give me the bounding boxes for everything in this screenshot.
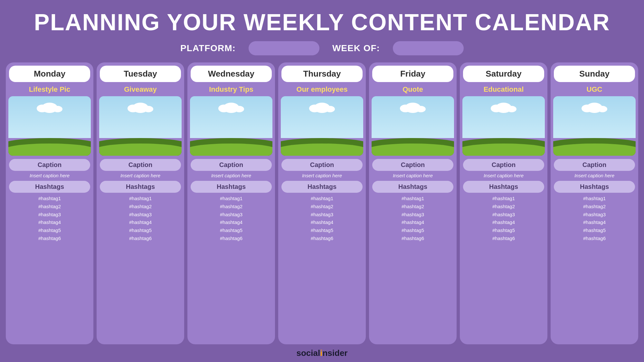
hashtag-item: #hashtag3 <box>583 211 606 219</box>
cloud-icon <box>37 101 62 113</box>
hashtag-item: #hashtag1 <box>38 195 61 203</box>
brand-logo: socialinsider <box>297 348 348 358</box>
hashtag-item: #hashtag1 <box>402 195 424 203</box>
image-placeholder-sunday <box>553 96 636 156</box>
cloud-icon <box>218 101 244 113</box>
hashtag-list-friday: #hashtag1#hashtag2#hashtag3#hashtag4#has… <box>402 195 424 243</box>
hashtag-item: #hashtag4 <box>38 218 61 227</box>
content-type-wednesday: Industry Tips <box>209 85 253 94</box>
hashtag-item: #hashtag4 <box>402 218 424 227</box>
hashtags-button-friday[interactable]: Hashtags <box>372 181 453 193</box>
content-type-sunday: UGC <box>587 85 602 94</box>
caption-button-monday[interactable]: Caption <box>9 159 90 171</box>
hashtag-item: #hashtag5 <box>402 227 424 235</box>
hashtag-list-saturday: #hashtag1#hashtag2#hashtag3#hashtag4#has… <box>492 195 515 243</box>
day-header-wednesday: Wednesday <box>191 66 272 82</box>
hashtag-item: #hashtag4 <box>129 218 152 227</box>
cloud-icon <box>400 101 426 113</box>
image-placeholder-thursday <box>281 96 363 156</box>
hashtag-item: #hashtag6 <box>492 235 515 243</box>
hashtag-list-wednesday: #hashtag1#hashtag2#hashtag3#hashtag4#has… <box>220 195 242 243</box>
day-column-saturday: Saturday Educational Caption Insert capt… <box>460 62 547 344</box>
day-column-wednesday: Wednesday Industry Tips Caption Insert c… <box>187 62 275 344</box>
cloud-icon <box>309 101 335 113</box>
caption-button-friday[interactable]: Caption <box>372 159 453 171</box>
content-type-friday: Quote <box>402 85 423 94</box>
cloud-icon <box>491 101 516 113</box>
caption-button-wednesday[interactable]: Caption <box>191 159 272 171</box>
hashtag-item: #hashtag1 <box>311 195 333 203</box>
hashtags-button-sunday[interactable]: Hashtags <box>554 181 635 193</box>
caption-button-sunday[interactable]: Caption <box>554 159 635 171</box>
hashtag-item: #hashtag2 <box>402 203 424 211</box>
day-column-friday: Friday Quote Caption Insert caption here… <box>369 62 457 344</box>
hashtag-item: #hashtag4 <box>583 218 606 227</box>
page-title: PLANNING YOUR WEEKLY CONTENT CALENDAR <box>34 9 610 35</box>
hashtag-item: #hashtag6 <box>583 235 606 243</box>
image-placeholder-wednesday <box>190 96 272 156</box>
hashtag-item: #hashtag3 <box>220 211 242 219</box>
platform-input[interactable] <box>249 41 319 55</box>
hashtag-item: #hashtag2 <box>492 203 515 211</box>
hashtag-item: #hashtag3 <box>402 211 424 219</box>
hashtags-button-saturday[interactable]: Hashtags <box>463 181 544 193</box>
day-header-saturday: Saturday <box>463 66 544 82</box>
caption-button-saturday[interactable]: Caption <box>463 159 544 171</box>
caption-button-thursday[interactable]: Caption <box>281 159 363 171</box>
hashtag-item: #hashtag2 <box>220 203 242 211</box>
day-column-tuesday: Tuesday Giveaway Caption Insert caption … <box>97 62 184 344</box>
day-column-thursday: Thursday Our employees Caption Insert ca… <box>278 62 366 344</box>
cloud-icon <box>582 101 607 113</box>
hashtag-item: #hashtag1 <box>220 195 242 203</box>
hashtag-item: #hashtag5 <box>583 227 606 235</box>
hashtags-button-thursday[interactable]: Hashtags <box>281 181 363 193</box>
hashtag-item: #hashtag3 <box>38 211 61 219</box>
hashtag-item: #hashtag2 <box>38 203 61 211</box>
image-placeholder-tuesday <box>99 96 182 156</box>
hashtag-item: #hashtag2 <box>311 203 333 211</box>
hashtag-item: #hashtag5 <box>220 227 242 235</box>
calendar-grid: Monday Lifestyle Pic Caption Insert capt… <box>0 62 644 344</box>
hashtag-item: #hashtag6 <box>38 235 61 243</box>
caption-text-friday: Insert caption here <box>393 173 433 178</box>
hashtag-item: #hashtag4 <box>311 218 333 227</box>
week-of-input[interactable] <box>393 41 464 55</box>
hashtag-item: #hashtag1 <box>583 195 606 203</box>
day-header-friday: Friday <box>372 66 453 82</box>
hashtag-item: #hashtag2 <box>583 203 606 211</box>
footer: socialinsider <box>297 348 348 362</box>
image-placeholder-monday <box>8 96 91 156</box>
hashtags-button-wednesday[interactable]: Hashtags <box>191 181 272 193</box>
caption-text-monday: Insert caption here <box>30 173 70 178</box>
image-placeholder-saturday <box>462 96 545 156</box>
hashtag-item: #hashtag4 <box>492 218 515 227</box>
caption-button-tuesday[interactable]: Caption <box>100 159 181 171</box>
image-placeholder-friday <box>372 96 454 156</box>
day-column-monday: Monday Lifestyle Pic Caption Insert capt… <box>6 62 93 344</box>
caption-text-tuesday: Insert caption here <box>120 173 160 178</box>
caption-text-sunday: Insert caption here <box>574 173 614 178</box>
hashtag-item: #hashtag5 <box>311 227 333 235</box>
hashtag-list-thursday: #hashtag1#hashtag2#hashtag3#hashtag4#has… <box>311 195 333 243</box>
hashtag-item: #hashtag1 <box>129 195 152 203</box>
hashtag-item: #hashtag3 <box>492 211 515 219</box>
hashtag-item: #hashtag4 <box>220 218 242 227</box>
hashtags-button-monday[interactable]: Hashtags <box>9 181 90 193</box>
hashtag-list-sunday: #hashtag1#hashtag2#hashtag3#hashtag4#has… <box>583 195 606 243</box>
hashtag-item: #hashtag5 <box>492 227 515 235</box>
hashtag-item: #hashtag3 <box>129 211 152 219</box>
day-header-monday: Monday <box>9 66 90 82</box>
hashtags-button-tuesday[interactable]: Hashtags <box>100 181 181 193</box>
caption-text-saturday: Insert caption here <box>484 173 524 178</box>
hashtag-item: #hashtag3 <box>311 211 333 219</box>
caption-text-wednesday: Insert caption here <box>211 173 251 178</box>
week-of-label: WEEK OF: <box>332 43 380 53</box>
meta-row: PLATFORM: WEEK OF: <box>180 41 464 55</box>
day-header-sunday: Sunday <box>554 66 635 82</box>
day-header-tuesday: Tuesday <box>100 66 181 82</box>
caption-text-thursday: Insert caption here <box>302 173 342 178</box>
hashtag-item: #hashtag1 <box>492 195 515 203</box>
hashtag-item: #hashtag6 <box>220 235 242 243</box>
content-type-saturday: Educational <box>484 85 524 94</box>
hashtag-list-monday: #hashtag1#hashtag2#hashtag3#hashtag4#has… <box>38 195 61 243</box>
